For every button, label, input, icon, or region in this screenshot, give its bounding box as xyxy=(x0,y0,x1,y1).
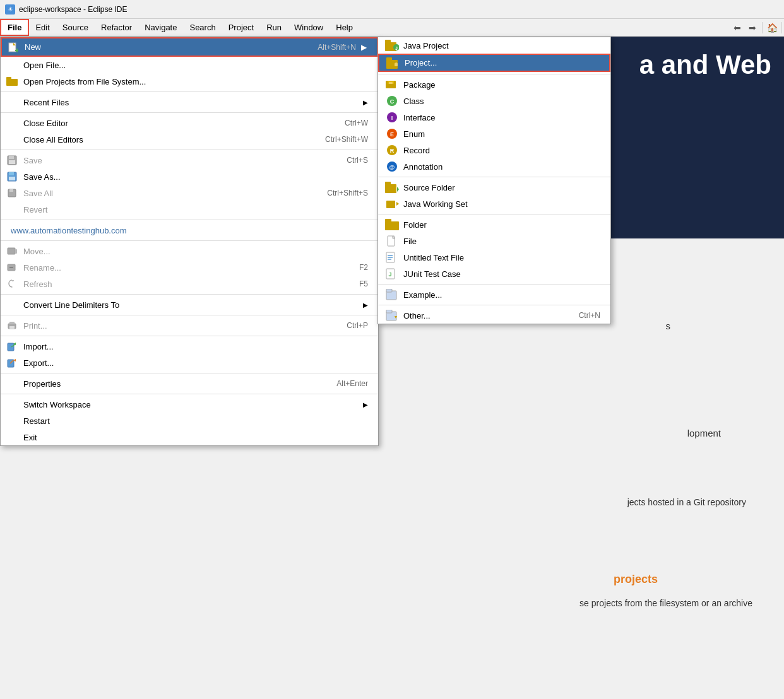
bg-snippet-3: jects hosted in a Git repository xyxy=(627,497,746,507)
restart-label: Restart xyxy=(23,416,50,426)
new-icon xyxy=(7,41,20,54)
menu-item-new[interactable]: New Alt+Shift+N ▶ xyxy=(1,37,378,57)
toolbar-home-btn[interactable]: 🏠 xyxy=(765,21,779,35)
exit-label: Exit xyxy=(23,433,37,442)
open-file-label: Open File... xyxy=(23,61,66,70)
svg-text:C: C xyxy=(390,98,395,105)
svg-text:I: I xyxy=(391,115,393,121)
menu-source[interactable]: Source xyxy=(56,19,95,36)
svg-marker-53 xyxy=(396,202,399,206)
menu-item-properties[interactable]: Properties Alt+Enter xyxy=(1,375,378,392)
sep-9 xyxy=(1,373,378,373)
submenu-item-java-project[interactable]: J Java Project xyxy=(378,37,610,54)
toolbar-sep-1 xyxy=(762,22,763,33)
enum-label: Enum xyxy=(403,129,425,139)
menu-search[interactable]: Search xyxy=(183,19,222,36)
convert-arrow: ▶ xyxy=(363,302,368,308)
print-icon xyxy=(6,319,18,332)
menu-help[interactable]: Help xyxy=(330,19,359,36)
submenu-item-package[interactable]: Package xyxy=(378,76,610,93)
file-icon xyxy=(383,235,401,247)
submenu-item-interface[interactable]: I Interface xyxy=(378,109,610,126)
submenu-item-project[interactable]: Project... xyxy=(378,54,610,72)
open-projects-icon xyxy=(6,75,18,88)
submenu-item-other[interactable]: Other... Ctrl+N xyxy=(378,307,610,324)
svg-text:E: E xyxy=(390,131,394,138)
svg-text:J: J xyxy=(395,46,398,50)
menu-item-save-as[interactable]: Save As... xyxy=(1,168,378,185)
menu-item-import[interactable]: Import... xyxy=(1,338,378,355)
untitled-text-label: Untitled Text File xyxy=(403,253,464,262)
save-as-icon xyxy=(6,170,18,183)
file-label: File xyxy=(403,237,417,246)
refresh-label: Refresh xyxy=(23,279,52,289)
save-as-label: Save As... xyxy=(23,172,61,182)
sep-6 xyxy=(1,294,378,295)
example-icon xyxy=(383,288,401,301)
svg-rect-21 xyxy=(9,326,15,329)
svg-rect-10 xyxy=(9,172,14,175)
menu-item-close-editor[interactable]: Close Editor Ctrl+W xyxy=(1,115,378,131)
title-bar: ☀ eclipse-workspace - Eclipse IDE xyxy=(0,0,784,19)
sub-sep-3 xyxy=(378,214,610,214)
menu-project[interactable]: Project xyxy=(222,19,260,36)
menu-navigate[interactable]: Navigate xyxy=(138,19,183,36)
bg-snippet-1: s xyxy=(666,320,671,331)
save-all-label: Save All xyxy=(23,189,53,198)
sep-2 xyxy=(1,112,378,113)
java-project-icon: J xyxy=(383,39,401,52)
submenu-item-source-folder[interactable]: Source Folder xyxy=(378,179,610,196)
menu-run[interactable]: Run xyxy=(260,19,288,36)
save-all-icon xyxy=(6,187,18,199)
menu-file[interactable]: File xyxy=(0,19,29,36)
submenu-item-file[interactable]: File xyxy=(378,233,610,249)
sep-3 xyxy=(1,150,378,150)
menu-refactor[interactable]: Refactor xyxy=(95,19,138,36)
print-label: Print... xyxy=(23,321,47,331)
app-icon: ☀ xyxy=(5,4,15,15)
submenu-item-java-working-set[interactable]: Java Working Set xyxy=(378,196,610,212)
toolbar-forward-btn[interactable]: ➡ xyxy=(745,21,759,35)
properties-shortcut: Alt+Enter xyxy=(336,379,368,388)
bg-snippet-2: lopment xyxy=(687,428,721,438)
submenu-item-annotation[interactable]: @ Annotation xyxy=(378,158,610,175)
submenu-item-enum[interactable]: E Enum xyxy=(378,126,610,142)
svg-text:@: @ xyxy=(389,164,395,170)
project-icon xyxy=(384,57,402,69)
toolbar-back-btn[interactable]: ⬅ xyxy=(730,21,744,35)
svg-rect-54 xyxy=(385,221,399,230)
menu-item-open-file[interactable]: Open File... xyxy=(1,57,378,73)
new-submenu: J Java Project Project... Package xyxy=(377,37,611,324)
refresh-icon xyxy=(6,278,18,290)
submenu-item-junit[interactable]: J JUnit Test Case xyxy=(378,266,610,282)
move-icon xyxy=(6,245,18,257)
submenu-item-record[interactable]: R Record xyxy=(378,142,610,158)
new-shortcut: Alt+Shift+N xyxy=(318,43,356,52)
menu-item-recent-files[interactable]: Recent Files ▶ xyxy=(1,94,378,110)
menu-edit[interactable]: Edit xyxy=(29,19,56,36)
svg-rect-22 xyxy=(8,343,14,351)
menu-window[interactable]: Window xyxy=(288,19,330,36)
submenu-item-example[interactable]: Example... xyxy=(378,286,610,303)
menu-item-exit[interactable]: Exit xyxy=(1,429,378,445)
menu-item-convert[interactable]: Convert Line Delimiters To ▶ xyxy=(1,297,378,313)
submenu-item-class[interactable]: C Class xyxy=(378,93,610,109)
menu-item-close-all[interactable]: Close All Editors Ctrl+Shift+W xyxy=(1,131,378,148)
window-title: eclipse-workspace - Eclipse IDE xyxy=(19,5,127,14)
menu-item-switch-workspace[interactable]: Switch Workspace ▶ xyxy=(1,396,378,413)
move-label: Move... xyxy=(23,247,50,256)
record-label: Record xyxy=(403,146,430,155)
close-editor-shortcut: Ctrl+W xyxy=(345,119,368,127)
svg-rect-11 xyxy=(9,177,15,180)
svg-rect-50 xyxy=(385,182,391,185)
submenu-item-folder[interactable]: Folder xyxy=(378,216,610,233)
menu-item-restart[interactable]: Restart xyxy=(1,413,378,429)
menu-item-open-projects[interactable]: Open Projects from File System... xyxy=(1,73,378,90)
menu-item-export[interactable]: Export... xyxy=(1,355,378,371)
folder-icon xyxy=(383,218,401,231)
submenu-item-untitled-text[interactable]: Untitled Text File xyxy=(378,249,610,266)
menu-item-print: Print... Ctrl+P xyxy=(1,317,378,334)
save-icon xyxy=(6,154,18,167)
sep-4 xyxy=(1,220,378,220)
source-folder-icon xyxy=(383,181,401,194)
